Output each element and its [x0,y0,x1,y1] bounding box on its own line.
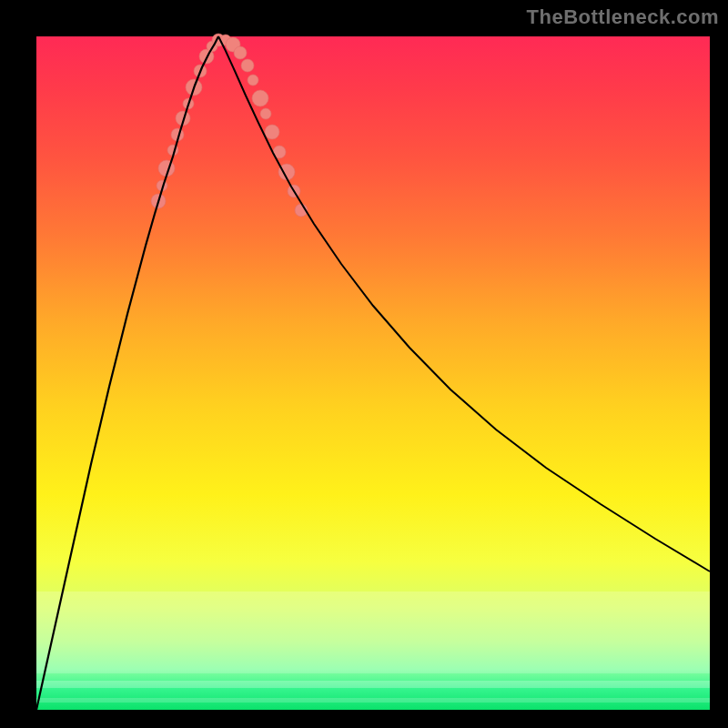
bead-marker [234,46,247,59]
bead-marker [260,108,271,119]
chart-frame: TheBottleneck.com [0,0,728,728]
plot-area [36,36,710,710]
right-curve [218,36,710,571]
bead-marker [252,90,268,106]
curves-svg [36,36,710,710]
bead-marker [248,75,258,86]
bead-marker [241,59,254,72]
left-curve [36,36,218,710]
bead-marker [265,125,279,139]
watermark-text: TheBottleneck.com [527,5,719,29]
